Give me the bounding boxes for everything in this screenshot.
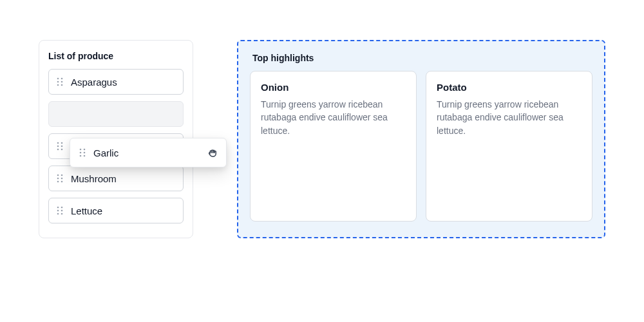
svg-point-7 [61, 142, 63, 144]
highlight-card-title: Potato [437, 82, 582, 93]
highlight-card[interactable]: Potato Turnip greens yarrow ricebean rut… [426, 71, 592, 222]
grab-cursor-icon [207, 147, 218, 158]
drag-handle-icon[interactable] [55, 205, 64, 216]
svg-point-1 [61, 78, 63, 80]
svg-point-3 [61, 81, 63, 83]
highlight-card-description: Turnip greens yarrow ricebean rutabaga e… [261, 98, 406, 137]
drag-handle-icon[interactable] [78, 147, 87, 158]
produce-item-label: Mushroom [71, 173, 117, 184]
svg-point-5 [61, 84, 63, 86]
highlights-dropzone[interactable]: Top highlights Onion Turnip greens yarro… [237, 40, 605, 238]
svg-point-15 [61, 178, 63, 180]
svg-point-19 [61, 207, 63, 209]
svg-point-4 [57, 84, 59, 86]
dragged-produce-item[interactable]: Garlic [70, 138, 227, 167]
svg-point-22 [57, 213, 59, 215]
svg-point-12 [57, 175, 59, 176]
produce-item-label: Asparagus [71, 77, 117, 88]
drag-handle-icon[interactable] [55, 173, 64, 184]
svg-point-6 [57, 142, 59, 144]
produce-item-label: Garlic [93, 147, 207, 158]
highlight-card[interactable]: Onion Turnip greens yarrow ricebean ruta… [250, 71, 417, 222]
svg-point-2 [57, 81, 59, 83]
svg-point-8 [57, 146, 59, 147]
svg-point-23 [61, 213, 63, 215]
highlight-card-description: Turnip greens yarrow ricebean rutabaga e… [437, 98, 582, 137]
produce-item[interactable]: Lettuce [48, 198, 184, 223]
highlights-title: Top highlights [250, 53, 592, 63]
svg-point-11 [61, 149, 63, 151]
svg-point-0 [57, 78, 59, 80]
svg-point-21 [61, 210, 63, 212]
svg-point-27 [84, 152, 86, 154]
highlights-cards-row: Onion Turnip greens yarrow ricebean ruta… [250, 71, 592, 222]
produce-item-placeholder[interactable] [48, 101, 184, 127]
svg-point-20 [57, 210, 59, 212]
svg-point-24 [80, 149, 82, 151]
produce-list-title: List of produce [48, 51, 184, 61]
produce-item-label: Lettuce [71, 205, 102, 216]
highlight-card-title: Onion [261, 82, 406, 93]
svg-point-16 [57, 181, 59, 183]
drag-handle-icon[interactable] [55, 141, 64, 151]
produce-item[interactable]: Mushroom [48, 166, 184, 191]
svg-point-10 [57, 149, 59, 151]
svg-point-26 [80, 152, 82, 154]
produce-item[interactable]: Asparagus [48, 69, 184, 95]
svg-point-28 [80, 155, 82, 157]
svg-point-14 [57, 178, 59, 180]
svg-point-9 [61, 146, 63, 147]
svg-point-25 [84, 149, 86, 151]
svg-point-13 [61, 175, 63, 176]
drag-handle-icon[interactable] [55, 77, 64, 87]
svg-point-18 [57, 207, 59, 209]
svg-point-29 [84, 155, 86, 157]
svg-point-17 [61, 181, 63, 183]
